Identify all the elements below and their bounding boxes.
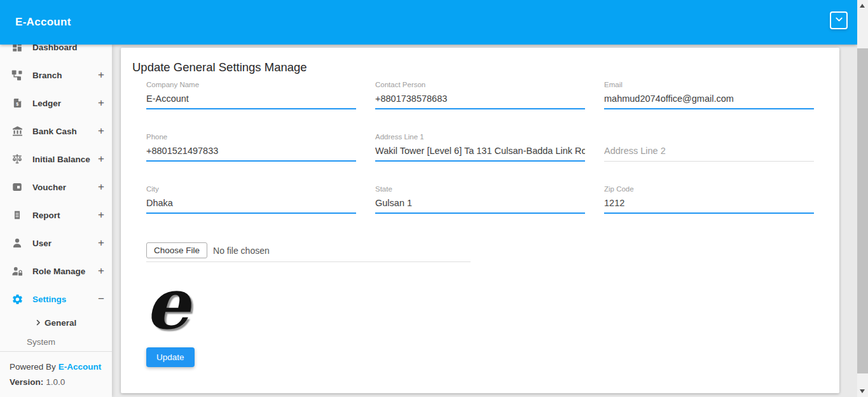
ledger-icon: $: [10, 97, 25, 109]
company-logo: e: [145, 269, 189, 333]
field-label: [604, 133, 814, 143]
expand-indicator: +: [98, 69, 104, 81]
sidebar-item-system[interactable]: System: [0, 332, 112, 351]
sidebar-item-voucher[interactable]: Voucher +: [0, 173, 112, 201]
sidebar-footer: Powered ByE-Account Version:1.0.0: [0, 352, 112, 387]
address-line-2-input[interactable]: [604, 143, 814, 162]
svg-text:$: $: [16, 102, 18, 107]
sidebar-item-label: Voucher: [32, 183, 66, 192]
field-label: Address Line 1: [375, 133, 585, 143]
chevron-down-icon: [834, 14, 844, 27]
branch-icon: [10, 69, 25, 81]
field-label: State: [375, 185, 585, 195]
header-dropdown-button[interactable]: [830, 11, 848, 29]
settings-card: Update General Settings Manage Company N…: [121, 48, 839, 393]
sidebar-item-label: Branch: [32, 71, 62, 80]
state-input[interactable]: [375, 195, 585, 214]
sub-item-label: General: [45, 318, 76, 328]
phone-field: Phone: [146, 133, 356, 169]
address-line-2-field: [604, 133, 814, 169]
expand-indicator: +: [98, 209, 104, 221]
field-label: Company Name: [146, 81, 356, 91]
powered-prefix: Powered By: [10, 362, 56, 372]
sidebar-item-report[interactable]: Report +: [0, 201, 112, 229]
version-text: Version:1.0.0: [10, 377, 102, 387]
file-status-text: No file chosen: [213, 246, 270, 256]
collapse-indicator: −: [98, 293, 104, 305]
expand-indicator: +: [98, 181, 104, 193]
city-input[interactable]: [146, 195, 356, 214]
expand-indicator: +: [98, 125, 104, 137]
sidebar-item-label: User: [32, 239, 52, 248]
sidebar: Dashboard Branch + $ Ledger + Bank Cash …: [0, 45, 112, 397]
address-line-1-field: Address Line 1: [375, 133, 585, 169]
report-icon: [10, 209, 25, 221]
field-label: Email: [604, 81, 814, 91]
sidebar-item-general[interactable]: General: [0, 313, 112, 332]
sidebar-item-branch[interactable]: Branch +: [0, 61, 112, 89]
sub-item-label: System: [27, 337, 55, 347]
sidebar-item-label: Settings: [32, 295, 66, 304]
sidebar-item-role-manage[interactable]: Role Manage +: [0, 257, 112, 285]
logo-file-input-row: Choose File No file chosen: [146, 242, 471, 262]
expand-indicator: +: [98, 97, 104, 109]
version-number: 1.0.0: [46, 377, 65, 387]
powered-by-text: Powered ByE-Account: [10, 362, 102, 372]
sidebar-item-user[interactable]: User +: [0, 229, 112, 257]
page-title: Update General Settings Manage: [132, 60, 307, 74]
chevron-right-icon: [34, 319, 42, 326]
sidebar-item-label: Report: [32, 211, 60, 220]
expand-indicator: +: [98, 237, 104, 249]
phone-input[interactable]: [146, 143, 356, 162]
zip-code-field: Zip Code: [604, 185, 814, 221]
scrollbar-thumb[interactable]: [857, 48, 868, 373]
version-label: Version:: [10, 377, 43, 387]
user-icon: [10, 237, 25, 249]
email-input[interactable]: [604, 91, 814, 109]
powered-brand-link[interactable]: E-Account: [59, 362, 102, 372]
sidebar-item-settings[interactable]: Settings −: [0, 285, 112, 313]
state-field: State: [375, 185, 585, 221]
company-name-field: Company Name: [146, 81, 356, 116]
update-button[interactable]: Update: [146, 347, 195, 367]
contact-person-input[interactable]: [375, 91, 585, 109]
city-field: City: [146, 185, 356, 221]
sidebar-item-label: Ledger: [32, 99, 61, 108]
app-header: E-Account: [0, 0, 857, 45]
sidebar-item-ledger[interactable]: $ Ledger +: [0, 89, 112, 117]
role-lock-icon: [10, 265, 25, 277]
sidebar-item-initial-balance[interactable]: Initial Balance +: [0, 145, 112, 173]
app-brand: E-Account: [15, 16, 71, 29]
balance-icon: [10, 153, 25, 165]
sidebar-nav: Dashboard Branch + $ Ledger + Bank Cash …: [0, 33, 112, 387]
field-label: Contact Person: [375, 81, 585, 91]
vertical-scrollbar[interactable]: [857, 0, 868, 397]
choose-file-button[interactable]: Choose File: [146, 242, 207, 258]
field-label: City: [146, 185, 356, 195]
scrollbar-down-arrow-icon[interactable]: [860, 389, 865, 393]
email-field: Email: [604, 81, 814, 116]
scrollbar-up-arrow-icon[interactable]: [860, 4, 865, 8]
field-label: Zip Code: [604, 185, 814, 195]
company-name-input[interactable]: [146, 91, 356, 109]
sidebar-item-label: Bank Cash: [32, 127, 77, 136]
settings-gear-icon: [10, 293, 25, 305]
expand-indicator: +: [98, 153, 104, 165]
sidebar-item-label: Initial Balance: [32, 155, 90, 164]
content-background: Update General Settings Manage Company N…: [112, 45, 857, 397]
sidebar-item-label: Role Manage: [32, 267, 85, 276]
voucher-icon: [10, 181, 25, 193]
expand-indicator: +: [98, 265, 104, 277]
contact-person-field: Contact Person: [375, 81, 585, 116]
sidebar-item-bank-cash[interactable]: Bank Cash +: [0, 117, 112, 145]
bank-icon: [10, 125, 25, 137]
settings-form: Company Name Contact Person Email Phone …: [146, 81, 814, 221]
address-line-1-input[interactable]: [375, 143, 585, 162]
field-label: Phone: [146, 133, 356, 143]
zip-code-input[interactable]: [604, 195, 814, 214]
